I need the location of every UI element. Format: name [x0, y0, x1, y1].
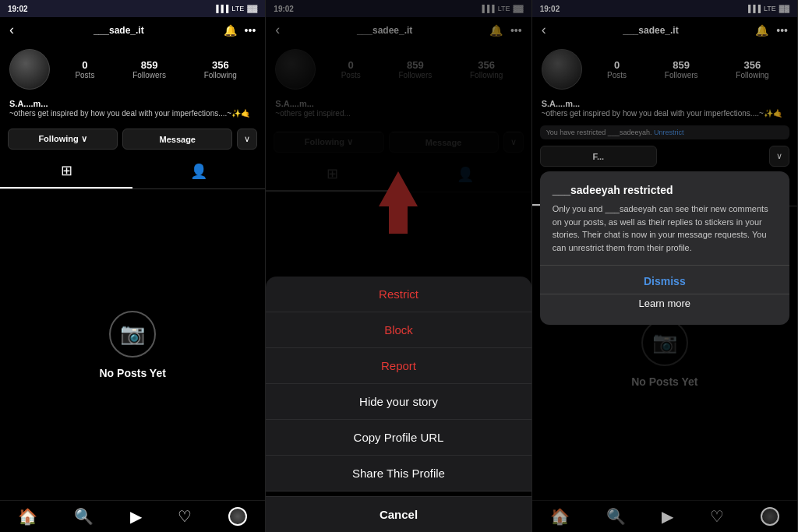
- bio-text-1: ~others get inspired by how you deal wit…: [9, 108, 256, 119]
- stat-followers-1: 859 Followers: [132, 59, 166, 79]
- menu-sheet-2: Restrict Block Report Hide your story Co…: [266, 277, 531, 491]
- no-posts-1: 📷 No Posts Yet: [0, 189, 265, 500]
- following-button-1[interactable]: Following ∨: [8, 129, 118, 150]
- hide-story-menu-item[interactable]: Hide your story: [266, 384, 531, 420]
- more-button-1[interactable]: ∨: [237, 129, 257, 150]
- bio-name-1: S.A....m...: [9, 99, 256, 108]
- time-1: 19:02: [8, 5, 28, 13]
- copy-url-menu-item[interactable]: Copy Profile URL: [266, 420, 531, 456]
- following-label-1: Following: [204, 71, 237, 79]
- profile-avatar-nav-1[interactable]: [228, 507, 247, 526]
- restrict-popup-title: ___sadeeyah restricted: [553, 184, 777, 196]
- message-button-1[interactable]: Message: [122, 129, 232, 150]
- more-icon-1[interactable]: •••: [245, 24, 256, 37]
- bio-section-1: S.A....m... ~others get inspired by how …: [0, 96, 265, 124]
- panel-3: 19:02 ▐▐▐ LTE ▓▓ ‹ ___sadee_.it 🔔 ••• 0 …: [532, 0, 798, 532]
- posts-label-1: Posts: [75, 71, 94, 79]
- home-icon-1[interactable]: 🏠: [18, 507, 37, 526]
- following-number-1: 356: [212, 59, 229, 71]
- report-menu-item[interactable]: Report: [266, 348, 531, 384]
- followers-number-1: 859: [141, 59, 158, 71]
- bottom-nav-1: 🏠 🔍 ▶ ♡: [0, 500, 265, 532]
- share-profile-menu-item[interactable]: Share This Profile: [266, 456, 531, 491]
- restrict-popup: ___sadeeyah restricted Only you and ___s…: [540, 171, 789, 325]
- nav-bar-1: ‹ ___sade_.it 🔔 •••: [0, 17, 265, 43]
- restrict-popup-body: Only you and ___sadeeyah can see their n…: [553, 203, 777, 254]
- bell-icon-1[interactable]: 🔔: [224, 24, 237, 37]
- posts-number-1: 0: [82, 59, 87, 71]
- stat-posts-1: 0 Posts: [75, 59, 94, 79]
- followers-label-1: Followers: [132, 71, 166, 79]
- grid-tab-posts-1[interactable]: ⊞: [0, 154, 132, 188]
- status-bar-1: 19:02 ▐▐▐ LTE ▓▓: [0, 0, 265, 17]
- learn-more-button[interactable]: Learn more: [553, 294, 777, 312]
- lte-icon-1: LTE: [231, 5, 244, 12]
- dismiss-button[interactable]: Dismiss: [553, 266, 777, 294]
- action-buttons-1: Following ∨ Message ∨: [0, 124, 265, 154]
- restrict-menu-item[interactable]: Restrict: [266, 277, 531, 312]
- search-icon-1[interactable]: 🔍: [74, 507, 94, 526]
- stats-row-1: 0 Posts 859 Followers 356 Following: [56, 59, 256, 79]
- signal-icon-1: ▐▐▐: [214, 5, 228, 12]
- status-icons-1: ▐▐▐ LTE ▓▓: [214, 5, 257, 12]
- battery-icon-1: ▓▓: [247, 5, 257, 12]
- profile-header-1: 0 Posts 859 Followers 356 Following: [0, 43, 265, 96]
- username-1: ___sade_.it: [94, 25, 144, 36]
- reels-icon-1[interactable]: ▶: [130, 507, 142, 526]
- nav-icons-1: 🔔 •••: [224, 24, 256, 37]
- block-menu-item[interactable]: Block: [266, 312, 531, 348]
- heart-icon-1[interactable]: ♡: [178, 507, 192, 526]
- cancel-menu-item[interactable]: Cancel: [266, 496, 531, 532]
- panel-1: 19:02 ▐▐▐ LTE ▓▓ ‹ ___sade_.it 🔔 ••• 0 P…: [0, 0, 266, 532]
- back-icon-1[interactable]: ‹: [9, 22, 14, 38]
- camera-icon-1: 📷: [109, 311, 156, 358]
- grid-tab-tagged-1[interactable]: 👤: [132, 154, 265, 188]
- avatar-1: [9, 49, 50, 90]
- grid-tabs-1: ⊞ 👤: [0, 154, 265, 189]
- menu-overlay-2: Restrict Block Report Hide your story Co…: [266, 0, 531, 532]
- panel-2: 19:02 ▐▐▐ LTE ▓▓ ‹ ___sadee_.it 🔔 ••• 0 …: [266, 0, 531, 532]
- stat-following-1: 356 Following: [204, 59, 237, 79]
- no-posts-text-1: No Posts Yet: [100, 367, 166, 379]
